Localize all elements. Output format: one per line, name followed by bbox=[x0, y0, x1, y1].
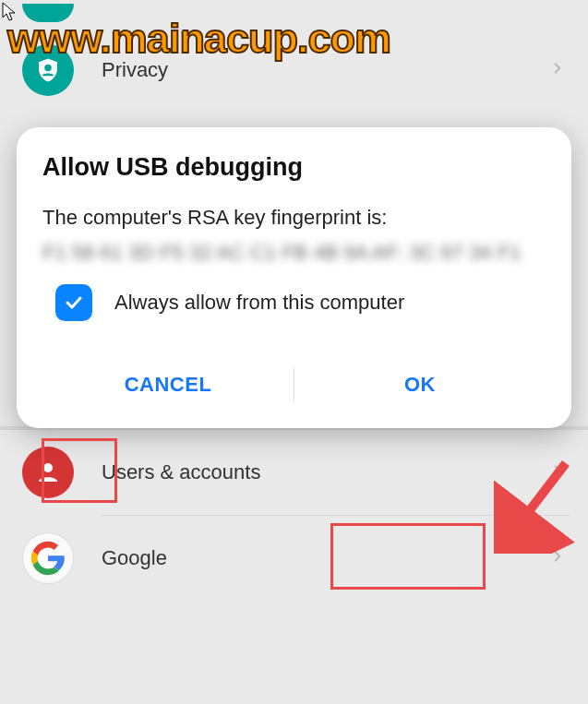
rsa-fingerprint-blurred: F1 58 61 3D F5 32 AC C1 FB 4B 9A AF: 3C … bbox=[42, 239, 546, 268]
dialog-title: Allow USB debugging bbox=[42, 153, 546, 182]
dialog-message: The computer's RSA key fingerprint is: bbox=[42, 206, 546, 230]
usb-debugging-dialog: Allow USB debugging The computer's RSA k… bbox=[17, 127, 571, 428]
ok-button[interactable]: OK bbox=[294, 360, 546, 410]
always-allow-row[interactable]: Always allow from this computer bbox=[42, 284, 546, 321]
always-allow-checkbox[interactable] bbox=[55, 284, 92, 321]
cancel-button[interactable]: CANCEL bbox=[42, 360, 294, 410]
check-icon bbox=[63, 292, 85, 314]
dialog-actions: CANCEL OK bbox=[42, 360, 546, 410]
always-allow-label: Always allow from this computer bbox=[114, 291, 404, 315]
